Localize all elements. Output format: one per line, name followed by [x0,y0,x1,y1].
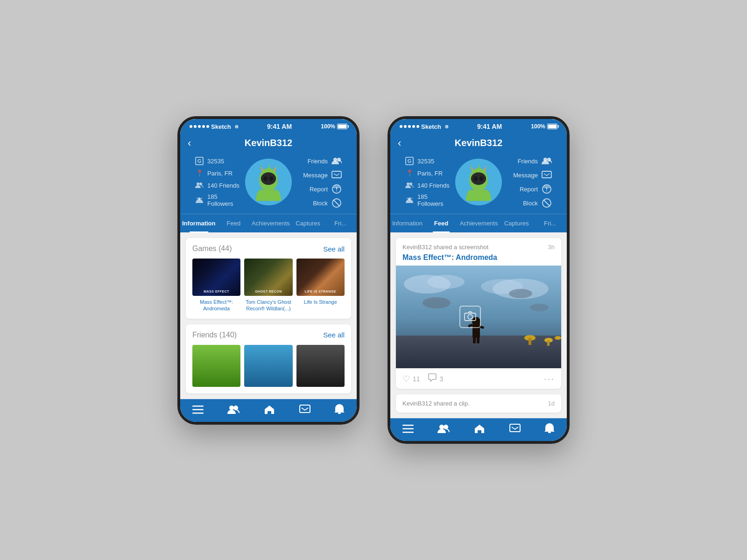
svg-rect-10 [267,182,270,184]
report-action-icon [331,184,342,194]
battery-icon-right [547,124,557,129]
nav-menu-left[interactable] [192,406,204,414]
location-value-right: Paris, FR [417,170,443,177]
friends-count-value: 140 Friends [207,182,240,189]
gamerscore-value: 32535 [207,158,224,165]
svg-rect-36 [477,182,480,184]
svg-point-1 [199,182,202,185]
svg-rect-64 [477,337,479,343]
location-icon-right: 📍 [405,169,414,177]
post-more-btn[interactable]: ··· [544,373,555,384]
friend-avatar-1[interactable] [192,345,240,387]
comment-action[interactable]: 3 [428,373,444,384]
game-item-mass-effect[interactable]: Mass Effect™: Andromeda [192,259,240,312]
tab-feed-right[interactable]: Feed [424,214,458,232]
svg-point-8 [263,176,268,181]
profile-stats-left: G 32535 📍 Paris, FR [195,157,240,207]
nav-home-right[interactable] [474,424,485,434]
block-action-label: Block [313,200,328,207]
carrier-label-right: Sketch [421,123,441,130]
friends-count-row-right: 140 Friends [405,181,450,189]
svg-rect-55 [529,338,531,345]
location-icon: 📍 [195,169,204,177]
battery-pct: 100% [321,123,335,130]
friend-avatar-2[interactable] [244,345,292,387]
avatar-left [245,159,292,205]
svg-point-70 [439,425,444,429]
nav-friends-left[interactable] [227,405,240,414]
tab-information-right[interactable]: Information [390,214,424,232]
game-item-ghost-recon[interactable]: Tom Clancy's Ghost Recon® Wildlan(...) [244,259,292,312]
location-value: Paris, FR [207,170,233,177]
svg-point-52 [530,304,549,311]
svg-rect-63 [473,337,476,343]
next-post-preview: KevinB312 shared a clip. 1d [396,394,561,413]
profile-title-right: KevinB312 [455,138,502,148]
nav-home-left[interactable] [264,405,275,415]
svg-point-51 [509,289,532,298]
svg-point-66 [468,315,472,319]
like-action[interactable]: ♡ 11 [402,374,420,384]
games-see-all[interactable]: See all [323,245,345,253]
post-time: 3h [548,244,555,251]
phone-left: Sketch ⌾ 9:41 AM 100% ‹ KevinB312 [177,116,359,425]
back-button-left[interactable]: ‹ [188,137,191,149]
svg-point-47 [427,275,465,289]
gamerscore-row-right: G 32535 [405,157,450,165]
svg-rect-20 [192,409,204,410]
tab-achievements-left[interactable]: Achievements [250,214,292,232]
svg-point-50 [423,297,451,308]
report-action-btn[interactable]: Report [310,184,342,194]
profile-header-right: ‹ KevinB312 G 32535 📍 Paris, FR [390,132,567,214]
post-header: KevinB312 shared a screenshot 3h [396,238,561,253]
heart-icon: ♡ [402,374,410,384]
games-section: Games (44) See all Mass Effect™: Androme… [186,238,351,319]
tab-feed-left[interactable]: Feed [218,214,250,232]
friends-action-btn-right[interactable]: Friends [518,156,552,166]
block-action-btn[interactable]: Block [313,198,342,208]
next-post-text: KevinB312 shared a clip. [402,400,470,407]
message-action-btn[interactable]: Message [303,170,342,180]
tab-achievements-right[interactable]: Achievements [458,214,500,232]
tab-information-left[interactable]: Information [180,214,218,232]
tab-friends-right[interactable]: Fri... [533,214,567,232]
friends-action-icon-right [542,156,552,166]
status-left-right: Sketch ⌾ [400,123,448,130]
nav-friends-right[interactable] [437,424,450,434]
tab-captures-left[interactable]: Captures [292,214,324,232]
profile-info-left: G 32535 📍 Paris, FR [188,152,349,214]
tab-friends-left[interactable]: Fri... [324,214,357,232]
message-action-btn-right[interactable]: Message [513,170,552,180]
nav-menu-right[interactable] [402,425,414,433]
post-game-title[interactable]: Mass Effect™: Andromeda [396,253,561,266]
tab-captures-right[interactable]: Captures [500,214,533,232]
friends-action-icon [331,156,342,166]
svg-point-3 [197,198,198,199]
block-action-btn-right[interactable]: Block [523,198,552,208]
friend-avatar-3[interactable] [296,345,345,387]
friends-action-label-right: Friends [518,158,538,165]
back-button-right[interactable]: ‹ [398,137,401,149]
nav-notification-right[interactable] [544,423,555,434]
svg-rect-24 [300,405,310,413]
svg-point-26 [407,182,409,185]
friends-action-btn[interactable]: Friends [308,156,342,166]
svg-point-0 [197,182,199,185]
friends-action-label: Friends [308,158,328,165]
battery-pct-right: 100% [531,123,545,130]
nav-message-right[interactable] [509,424,521,434]
games-section-title: Games (44) [192,245,232,253]
nav-message-left[interactable] [299,405,310,415]
camera-icon [459,306,481,328]
bottom-nav-right [390,418,567,441]
svg-rect-67 [402,425,414,426]
post-user: KevinB312 shared a screenshot [402,244,488,251]
nav-notification-left[interactable] [334,404,345,415]
friends-see-all[interactable]: See all [323,331,345,339]
status-right-right: 100% [531,123,557,130]
report-action-btn-right[interactable]: Report [520,184,552,194]
game-item-life-strange[interactable]: Life Is Strange [296,259,345,312]
time-display-right: 9:41 AM [477,123,502,130]
message-action-icon-right [542,170,552,180]
gamerscore-icon: G [195,157,204,165]
